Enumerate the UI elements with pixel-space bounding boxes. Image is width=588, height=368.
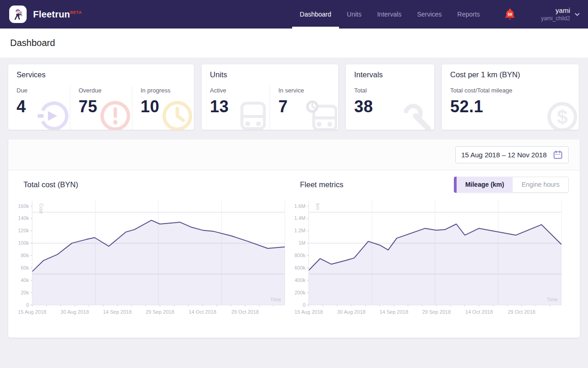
nav-item-units[interactable]: Units	[339, 0, 369, 29]
nav-item-intervals[interactable]: Intervals	[369, 0, 409, 29]
toggle-engine-hours[interactable]: Engine hours	[513, 177, 569, 193]
metric-total: Total38	[346, 86, 434, 130]
svg-text:Time: Time	[270, 297, 281, 302]
metric-value: 4	[17, 97, 70, 116]
stat-card-intervals: IntervalsTotal38	[346, 64, 434, 130]
metric-value: 10	[141, 97, 194, 116]
panel-body: Total cost (BYN) 020k40k60k80k100k120k14…	[8, 170, 580, 338]
svg-text:15 Aug 2018: 15 Aug 2018	[18, 309, 46, 315]
svg-text:14 Oct 2018: 14 Oct 2018	[189, 309, 216, 315]
svg-text:80k: 80k	[21, 253, 29, 258]
svg-text:60k: 60k	[21, 265, 29, 270]
metric-label: Active	[210, 87, 270, 94]
svg-text:100k: 100k	[18, 240, 29, 246]
metric-label: Total	[354, 87, 434, 94]
svg-text:1.4M: 1.4M	[294, 215, 305, 221]
panel-header: 15 Aug 2018 – 12 Nov 2018	[8, 139, 580, 170]
metric-value: 13	[210, 97, 270, 116]
svg-text:20k: 20k	[21, 290, 29, 295]
metric-label: Overdue	[79, 87, 132, 94]
navbar: FleetrunBETA DashboardUnitsIntervalsServ…	[0, 0, 588, 29]
svg-text:Cost: Cost	[39, 203, 44, 214]
nav-item-services[interactable]: Services	[409, 0, 450, 29]
metric-value: 38	[354, 97, 434, 116]
metric-value: 7	[278, 97, 338, 116]
nav-item-dashboard[interactable]: Dashboard	[292, 0, 339, 29]
card-title: Cost per 1 km (BYN)	[450, 70, 579, 79]
svg-text:1.6M: 1.6M	[294, 203, 305, 209]
beta-badge: BETA	[70, 10, 82, 15]
user-name: yami	[541, 6, 570, 15]
charts-panel: 15 Aug 2018 – 12 Nov 2018 Total cost (BY…	[8, 139, 580, 338]
total-cost-chart-block: Total cost (BYN) 020k40k60k80k100k120k14…	[17, 175, 294, 321]
user-account: yami_child2	[541, 15, 570, 22]
brand-name: FleetrunBETA	[33, 9, 82, 20]
metric-in-progress: In progress10	[132, 86, 194, 130]
calendar-icon	[553, 150, 563, 160]
svg-text:29 Sep 2018: 29 Sep 2018	[146, 309, 174, 315]
metric-label: In progress	[141, 87, 194, 94]
fleet-metrics-chart: 0200k400k600k800k1M1.2M1.4M1.6M15 Aug 20…	[294, 194, 571, 321]
stat-card-units: UnitsActive13 In service7	[202, 64, 338, 130]
metric-label: Due	[17, 87, 70, 94]
chart-title-fleet-metrics: Fleet metrics	[300, 180, 343, 189]
fleet-metric-toggle: Mileage (km)Engine hours	[454, 177, 569, 193]
chevron-down-icon	[575, 13, 580, 16]
svg-text:30 Aug 2018: 30 Aug 2018	[337, 309, 366, 315]
svg-text:29 Sep 2018: 29 Sep 2018	[422, 309, 451, 315]
svg-text:km: km	[315, 203, 321, 210]
svg-text:14 Oct 2018: 14 Oct 2018	[465, 309, 493, 315]
fleet-metrics-chart-block: Fleet metrics Mileage (km)Engine hours 0…	[294, 175, 571, 321]
svg-text:1.2M: 1.2M	[294, 228, 305, 233]
metric-label: Total cost/Total mileage	[450, 87, 579, 94]
stat-card-services: ServicesDue4 Overdue75 In progress10	[8, 64, 194, 130]
stat-cards-row: ServicesDue4 Overdue75 In progress10 Uni…	[8, 64, 580, 130]
card-title: Units	[210, 70, 338, 79]
svg-text:140k: 140k	[18, 215, 29, 221]
metric-value: 52.1	[450, 97, 579, 116]
svg-text:15 Aug 2018: 15 Aug 2018	[294, 309, 323, 315]
metric-overdue: Overdue75	[70, 86, 132, 130]
svg-text:14 Sep 2018: 14 Sep 2018	[103, 309, 131, 315]
fleetrun-logo-icon	[9, 6, 27, 23]
metric-in-service: In service7	[270, 86, 338, 130]
page-title: Dashboard	[10, 38, 55, 48]
svg-text:29 Oct 2018: 29 Oct 2018	[508, 309, 536, 315]
metric-label: In service	[278, 87, 338, 94]
notifications-bell-button[interactable]: 59	[504, 8, 515, 20]
svg-text:29 Oct 2018: 29 Oct 2018	[232, 309, 259, 315]
metric-total-cost-total-mileage: Total cost/Total mileage52.1 $	[442, 86, 579, 130]
nav-tabs: DashboardUnitsIntervalsServicesReports	[292, 0, 488, 29]
svg-text:Time: Time	[547, 297, 558, 302]
brand: FleetrunBETA	[9, 6, 82, 23]
svg-text:0: 0	[26, 302, 29, 308]
svg-text:0: 0	[303, 302, 305, 308]
svg-text:1M: 1M	[299, 240, 305, 246]
metric-active: Active13	[202, 86, 270, 130]
toggle-mileage-km-[interactable]: Mileage (km)	[454, 177, 513, 193]
page-title-band: Dashboard	[0, 29, 588, 58]
stat-card-cost-per-1-km-byn-: Cost per 1 km (BYN)Total cost/Total mile…	[442, 64, 579, 130]
chart-title-total-cost: Total cost (BYN)	[23, 180, 78, 189]
svg-text:14 Sep 2018: 14 Sep 2018	[379, 309, 408, 315]
svg-text:160k: 160k	[18, 203, 29, 209]
svg-text:200k: 200k	[294, 290, 305, 295]
svg-text:40k: 40k	[21, 277, 29, 283]
nav-item-reports[interactable]: Reports	[450, 0, 488, 29]
svg-text:120k: 120k	[18, 228, 29, 233]
total-cost-chart: 020k40k60k80k100k120k140k160k15 Aug 2018…	[17, 194, 294, 321]
user-menu-button[interactable]: yami yami_child2	[541, 6, 580, 22]
date-range-value: 15 Aug 2018 – 12 Nov 2018	[461, 151, 547, 159]
svg-text:600k: 600k	[294, 265, 305, 270]
date-range-picker[interactable]: 15 Aug 2018 – 12 Nov 2018	[455, 146, 569, 163]
svg-text:400k: 400k	[294, 277, 305, 283]
metric-due: Due4	[8, 86, 70, 130]
svg-text:800k: 800k	[294, 253, 305, 258]
svg-text:30 Aug 2018: 30 Aug 2018	[61, 309, 89, 315]
notifications-count: 59	[508, 12, 512, 17]
metric-value: 75	[79, 97, 132, 116]
card-title: Services	[17, 70, 194, 79]
card-title: Intervals	[354, 70, 434, 79]
